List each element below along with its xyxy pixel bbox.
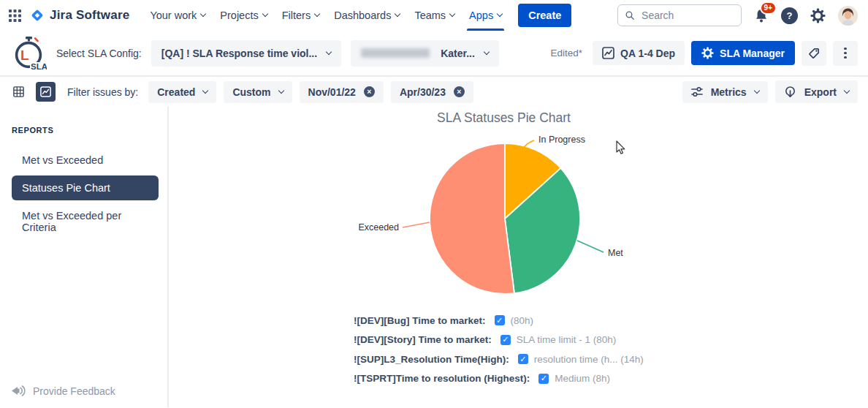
reports-header: REPORTS [12, 126, 159, 135]
nav-item-apps[interactable]: Apps [462, 0, 509, 31]
content-area: REPORTS Met vs Exceeded Statuses Pie Cha… [0, 107, 868, 407]
avatar-photo [838, 6, 858, 26]
criteria-row: ![DEV][Bug] Time to market: ✓ (80h) [354, 314, 644, 326]
date-range-dropdown[interactable]: Custom [224, 81, 292, 103]
nav-item-filters[interactable]: Filters [275, 0, 327, 31]
settings-button[interactable] [810, 8, 826, 23]
line-chart-icon [40, 86, 51, 98]
jira-logo[interactable]: Jira Software [30, 8, 129, 23]
reports-sidebar: REPORTS Met vs Exceeded Statuses Pie Cha… [0, 107, 169, 407]
sla-plugin-logo: L SLA [10, 36, 47, 71]
chevron-down-icon [202, 87, 208, 93]
chevron-down-icon [326, 48, 332, 54]
chevron-down-icon [314, 11, 320, 17]
criteria-label: ![DEV][Bug] Time to market: [354, 315, 486, 326]
qa-dashboard-button[interactable]: QA 1-4 Dep [593, 41, 685, 65]
sla-criteria-list: ![DEV][Bug] Time to market: ✓ (80h) ![DE… [354, 314, 644, 385]
create-button[interactable]: Create [518, 4, 571, 27]
remove-date-to-icon[interactable]: × [454, 86, 465, 97]
sidebar-item-met-vs-exceeded-per-criteria[interactable]: Met vs Exceeded per Criteria [12, 203, 159, 240]
export-download-icon [784, 86, 796, 98]
sidebar-item-statuses-pie-chart[interactable]: Statuses Pie Chart [12, 175, 159, 200]
nav-item-your-work[interactable]: Your work [142, 0, 213, 31]
gear-icon [810, 8, 826, 23]
kebab-menu-icon [844, 48, 846, 58]
search-icon [625, 10, 634, 20]
criteria-checkbox[interactable]: ✓ [538, 374, 549, 384]
remove-date-from-icon[interactable]: × [364, 86, 375, 97]
pie-label-exceeded: Exceeded [358, 222, 399, 233]
leader-line-met [577, 241, 604, 252]
app-title: Jira Software [50, 8, 129, 23]
sla-config-bar: L SLA Select SLA Config: [QA] ! SLA Resp… [0, 31, 868, 77]
line-chart-icon [602, 47, 614, 59]
chevron-down-icon [262, 11, 267, 17]
sliders-icon [691, 86, 703, 97]
notifications-button[interactable]: 9+ [754, 8, 769, 23]
metrics-dropdown[interactable]: Metrics [682, 81, 768, 103]
pie-label-in-progress: In Progress [538, 135, 585, 145]
filter-issues-label: Filter issues by: [67, 86, 138, 98]
svg-text:L: L [20, 48, 29, 63]
table-icon [13, 86, 24, 98]
app-switcher-icon[interactable] [9, 10, 21, 22]
criteria-checkbox[interactable]: ✓ [500, 335, 511, 345]
chevron-down-icon [497, 11, 503, 17]
date-to-chip[interactable]: Apr/30/23 × [391, 81, 473, 103]
table-view-toggle[interactable] [9, 82, 28, 102]
criteria-label: ![TSPRT]Time to resolution (Highest): [354, 373, 530, 384]
criteria-checkbox[interactable]: ✓ [518, 354, 528, 364]
pie-slice-exceeded[interactable] [430, 143, 514, 294]
date-from-chip[interactable]: Nov/01/22 × [300, 81, 384, 103]
svg-text:SLA: SLA [31, 62, 47, 71]
criteria-value: (80h) [511, 315, 534, 326]
search-box[interactable] [617, 4, 742, 26]
criteria-row: ![SUP]L3_Resolution Time(High): ✓ resolu… [354, 353, 644, 365]
chart-view-toggle[interactable] [36, 82, 56, 102]
report-main: SLA Statuses Pie Chart In Progress Excee… [169, 107, 868, 407]
created-field-dropdown[interactable]: Created [148, 81, 216, 103]
nav-item-teams[interactable]: Teams [407, 0, 462, 31]
chevron-down-icon [200, 11, 206, 17]
help-button[interactable]: ? [781, 7, 798, 24]
export-dropdown[interactable]: Export [775, 80, 858, 103]
edited-status: Edited* [551, 48, 583, 58]
criteria-label: ![SUP]L3_Resolution Time(High): [354, 354, 509, 365]
sla-user-dropdown[interactable]: Kater... [351, 40, 499, 67]
chevron-down-icon [484, 48, 490, 54]
sla-manager-button[interactable]: SLA Manager [691, 41, 795, 65]
nav-item-dashboards[interactable]: Dashboards [327, 0, 407, 31]
sla-statuses-pie-chart: In Progress Exceeded Met [336, 124, 658, 315]
label-tag-button[interactable] [802, 41, 826, 66]
redacted-text [361, 48, 430, 58]
criteria-row: ![DEV][Story] Time to market: ✓ SLA time… [354, 334, 644, 346]
tag-icon [807, 47, 821, 60]
chevron-down-icon [395, 11, 400, 17]
search-input[interactable] [640, 9, 734, 22]
jira-diamond-icon [30, 8, 45, 23]
criteria-row: ![TSPRT]Time to resolution (Highest): ✓ … [354, 373, 644, 385]
megaphone-icon [10, 384, 26, 398]
criteria-label: ![DEV][Story] Time to market: [354, 334, 492, 345]
pie-label-met: Met [608, 248, 623, 258]
criteria-value: Medium (8h) [555, 373, 610, 384]
sla-config-dropdown[interactable]: [QA] ! SLA Response time viol... [151, 40, 341, 67]
user-avatar[interactable] [838, 6, 858, 26]
leader-line-exceeded [403, 222, 430, 227]
chevron-down-icon [753, 87, 759, 93]
gear-icon [701, 47, 714, 59]
nav-item-projects[interactable]: Projects [213, 0, 274, 31]
select-sla-config-label: Select SLA Config: [56, 48, 142, 59]
filter-bar: Filter issues by: Created Custom Nov/01/… [0, 77, 868, 107]
top-nav: Jira Software Your work Projects Filters… [0, 0, 868, 31]
chevron-down-icon [449, 11, 455, 17]
criteria-value: SLA time limit - 1 (80h) [517, 334, 617, 345]
criteria-checkbox[interactable]: ✓ [495, 315, 505, 325]
provide-feedback-link[interactable]: Provide Feedback [10, 384, 115, 398]
chevron-down-icon [278, 87, 283, 93]
chevron-down-icon [844, 87, 850, 93]
sidebar-item-met-vs-exceeded[interactable]: Met vs Exceeded [12, 148, 159, 173]
criteria-value: resolution time (h... (14h) [534, 354, 644, 365]
more-options-button[interactable] [833, 41, 858, 66]
notification-badge: 9+ [760, 1, 777, 15]
